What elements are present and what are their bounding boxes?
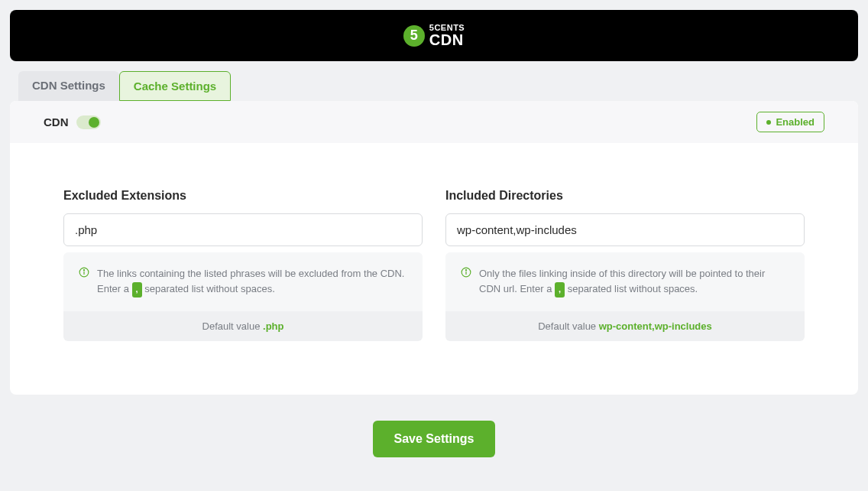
cdn-label: CDN [44, 115, 69, 128]
brand-bottom: CDN [429, 32, 465, 47]
help-post: separated list without spaces. [144, 283, 275, 294]
excluded-help-text: The links containing the listed phrases … [97, 266, 407, 298]
app-header: 5 5CENTS CDN [10, 10, 858, 61]
separator-chip: , [555, 282, 565, 298]
included-default-box: Default value wp-content,wp-includes [445, 311, 805, 341]
default-value: .php [263, 320, 283, 332]
excluded-extensions-input[interactable] [63, 213, 423, 246]
tab-cache-settings[interactable]: Cache Settings [119, 71, 231, 101]
status-label: Enabled [776, 116, 815, 128]
excluded-help-box: The links containing the listed phrases … [63, 252, 423, 311]
cdn-toggle[interactable] [76, 115, 101, 129]
settings-panel: CDN Enabled Excluded Extensions [10, 101, 858, 395]
default-label: Default value [202, 320, 264, 332]
svg-point-5 [465, 270, 466, 271]
tabs: CDN Settings Cache Settings [18, 71, 868, 101]
panel-header: CDN Enabled [10, 101, 858, 143]
status-badge: Enabled [756, 112, 824, 132]
included-directories-group: Included Directories Only the files link… [445, 189, 805, 341]
excluded-extensions-label: Excluded Extensions [63, 189, 423, 203]
default-value: wp-content,wp-includes [599, 320, 712, 332]
info-icon [461, 267, 471, 281]
svg-point-2 [83, 270, 84, 271]
save-settings-button[interactable]: Save Settings [373, 421, 496, 457]
default-label: Default value [538, 320, 599, 332]
panel-body: Excluded Extensions The links containing… [10, 143, 858, 395]
included-directories-label: Included Directories [445, 189, 805, 203]
brand-text: 5CENTS CDN [429, 24, 465, 47]
cdn-toggle-group: CDN [44, 115, 101, 129]
tab-cdn-settings[interactable]: CDN Settings [18, 71, 119, 101]
separator-chip: , [132, 282, 142, 298]
excluded-extensions-group: Excluded Extensions The links containing… [63, 189, 423, 341]
included-help-box: Only the files linking inside of this di… [445, 252, 805, 311]
save-wrap: Save Settings [0, 421, 868, 457]
included-directories-input[interactable] [445, 213, 805, 246]
toggle-knob [89, 117, 99, 128]
brand-glyph: 5 [410, 28, 418, 44]
status-dot-icon [766, 120, 771, 125]
brand-logo: 5 5CENTS CDN [403, 24, 465, 47]
help-post: separated list without spaces. [568, 283, 698, 294]
excluded-default-box: Default value .php [63, 311, 423, 341]
included-help-text: Only the files linking inside of this di… [479, 266, 789, 298]
info-icon [79, 267, 89, 281]
brand-logo-icon: 5 [403, 25, 425, 47]
